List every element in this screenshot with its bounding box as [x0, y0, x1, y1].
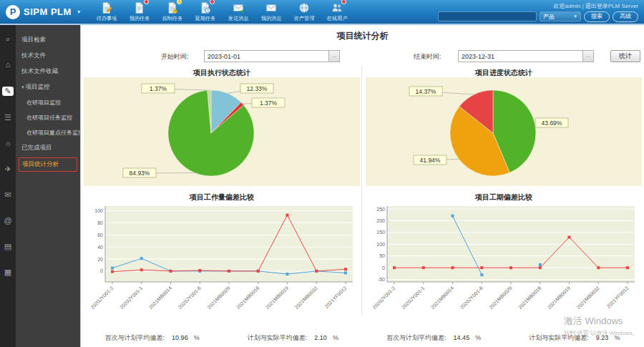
chart-title: 项目进度状态统计 [366, 68, 642, 77]
toolbar-item-my-tasks[interactable]: 我的任务 [129, 1, 150, 22]
toolbar-item-draft-tasks[interactable]: 拟制任务 [162, 1, 183, 22]
edit-icon[interactable]: ✎ [2, 87, 13, 96]
start-date-picker[interactable]: … [204, 50, 340, 62]
sidebar-item-项目统计分析[interactable]: 项目统计分析 [19, 157, 77, 172]
toolbar-item-todo[interactable]: 待办事项 [96, 1, 117, 22]
message-icon[interactable]: ✉ [4, 191, 11, 199]
calendar-icon[interactable]: ▦ [4, 268, 11, 276]
column-divider [361, 67, 362, 316]
search-icon[interactable]: ⌕ [6, 35, 10, 43]
svg-text:84.93%: 84.93% [130, 170, 150, 177]
chart-title: 项目工作量偏差比较 [84, 192, 360, 202]
notification-badge [341, 0, 346, 4]
doc-pencil-icon [100, 1, 113, 14]
advanced-search-button[interactable]: 高级 [613, 11, 638, 22]
svg-text:50: 50 [379, 253, 385, 258]
svg-text:0: 0 [382, 265, 385, 270]
svg-text:0: 0 [100, 268, 103, 273]
search-row: 产品 ▼ 搜索 高级 [438, 11, 638, 22]
date-picker-button[interactable]: … [328, 51, 339, 62]
main-content: 项目统计分析 开始时间: … 结束时间: … 统计 项目执行状态统计 12.33… [80, 25, 644, 347]
sidebar-item-项目监控[interactable]: 项目监控 [16, 79, 80, 95]
sidebar-item-项目检索[interactable]: 项目检索 [16, 32, 80, 48]
book-icon[interactable]: ▤ [4, 243, 11, 250]
sidebar-item-在研项目任务监控[interactable]: 在研项目任务监控 [16, 110, 80, 125]
toolbar-item-overdue-tasks[interactable]: 延期任务 [195, 1, 216, 22]
pie-chart-progress-status: 43.69%41.94%14.37% [366, 77, 642, 189]
mention-icon[interactable]: @ [4, 217, 11, 225]
stat-label: 计划与实际平均偏差: [248, 333, 308, 343]
toolbar-item-asset-mgmt[interactable]: 资产管理 [293, 1, 315, 22]
toolbar-item-label: 我的任务 [130, 15, 150, 22]
pie-chart-execution-status: 12.33%1.37%84.93%1.37% [84, 77, 360, 189]
app-title: SIPM PLM [24, 6, 72, 17]
logo-icon: P [6, 5, 20, 19]
icon-rail: ⌕⌂✎☰☼✈✉@▤▦ [0, 25, 16, 347]
stat-label: 首次与计划平均偏差: [386, 333, 447, 343]
app-window: P SIPM PLM ▼ 待办事项我的任务拟制任务延期任务发送消息我的消息资产管… [0, 0, 644, 347]
svg-text:1.37%: 1.37% [260, 99, 278, 107]
toolbar-item-send-message[interactable]: 发送消息 [228, 1, 249, 22]
end-date-input[interactable] [459, 51, 582, 62]
doc-icon [133, 1, 146, 14]
svg-text:12.33%: 12.33% [247, 85, 268, 92]
svg-text:200: 200 [376, 218, 385, 223]
svg-text:1.37%: 1.37% [150, 85, 167, 92]
svg-text:250: 250 [376, 207, 385, 212]
svg-text:14.37%: 14.37% [416, 88, 436, 95]
svg-text:43.69%: 43.69% [542, 119, 562, 127]
search-category-select[interactable]: 产品 ▼ [540, 11, 581, 21]
chevron-down-icon: ▼ [573, 14, 577, 19]
users-icon [331, 1, 343, 14]
stat-value: 10.96 [172, 334, 188, 341]
database-icon[interactable]: ☰ [4, 114, 11, 122]
stat-label: 计划与实际平均偏差: [529, 333, 589, 343]
svg-text:2021MB0016: 2021MB0016 [235, 285, 260, 310]
top-bar: P SIPM PLM ▼ 待办事项我的任务拟制任务延期任务发送消息我的消息资产管… [0, 0, 644, 25]
search-button[interactable]: 搜索 [584, 11, 610, 22]
svg-text:60: 60 [97, 233, 103, 238]
svg-text:100: 100 [94, 208, 103, 213]
svg-text:20: 20 [97, 257, 103, 262]
date-picker-button[interactable]: … [582, 51, 593, 62]
svg-text:2021YF0012: 2021YF0012 [605, 285, 629, 309]
stat-unit: % [333, 334, 338, 341]
sidebar-item-在研项目监控[interactable]: 在研项目监控 [16, 95, 80, 110]
toolbar-item-label: 发送消息 [228, 15, 249, 22]
sidebar-item-技术文件[interactable]: 技术文件 [16, 48, 80, 64]
svg-text:80: 80 [97, 220, 103, 225]
svg-text:2021MB0016: 2021MB0016 [517, 285, 542, 310]
welcome-text: 欢迎admin | 退出登录PLM Server [553, 2, 638, 10]
app-logo[interactable]: P SIPM PLM ▼ [6, 5, 82, 19]
svg-text:2020JY001-6: 2020JY001-6 [177, 285, 202, 310]
chart-panel-workload-deviation: 项目工作量偏差比较 1008060402002020JY001-22020JY0… [84, 192, 360, 328]
start-date-input[interactable] [205, 51, 328, 62]
toolbar-item-label: 待办事项 [97, 15, 117, 22]
doc-warn-icon [166, 1, 179, 14]
toolbar-item-online-users[interactable]: 在线用户 [326, 1, 348, 22]
send-icon[interactable]: ✈ [4, 165, 11, 173]
stat-label: 首次与计划平均偏差: [105, 333, 165, 343]
top-right-area: 欢迎admin | 退出登录PLM Server 产品 ▼ 搜索 高级 [438, 2, 638, 22]
end-date-picker[interactable]: … [458, 50, 594, 62]
svg-text:41.94%: 41.94% [420, 157, 441, 164]
svg-text:2021MB0032: 2021MB0032 [294, 285, 318, 310]
home-icon[interactable]: ⌂ [6, 61, 11, 69]
chevron-down-icon[interactable]: ▼ [77, 9, 82, 14]
toolbar-item-label: 我的消息 [261, 15, 282, 22]
sidebar-item-技术文件收藏[interactable]: 技术文件收藏 [16, 64, 80, 79]
start-date-label: 开始时间: [161, 52, 189, 62]
mail-out-icon [232, 1, 245, 14]
sidebar-item-在研项目重点任务监控[interactable]: 在研项目重点任务监控 [16, 125, 80, 140]
sidebar-item-已完成项目[interactable]: 已完成项目 [16, 140, 80, 156]
svg-text:2021YF0012: 2021YF0012 [323, 285, 347, 309]
loading-icon[interactable]: ☼ [4, 140, 11, 147]
svg-text:100: 100 [376, 242, 385, 247]
stat-value: 14.45 [454, 334, 470, 341]
toolbar-item-label: 拟制任务 [162, 15, 183, 22]
statistics-button[interactable]: 统计 [610, 50, 640, 62]
toolbar-item-my-messages[interactable]: 我的消息 [260, 1, 282, 22]
line-chart-workload-deviation: 1008060402002020JY001-22020JY001-12021MB… [84, 202, 360, 328]
svg-text:2020JY001-2: 2020JY001-2 [371, 285, 396, 310]
global-search-input[interactable] [438, 11, 537, 21]
